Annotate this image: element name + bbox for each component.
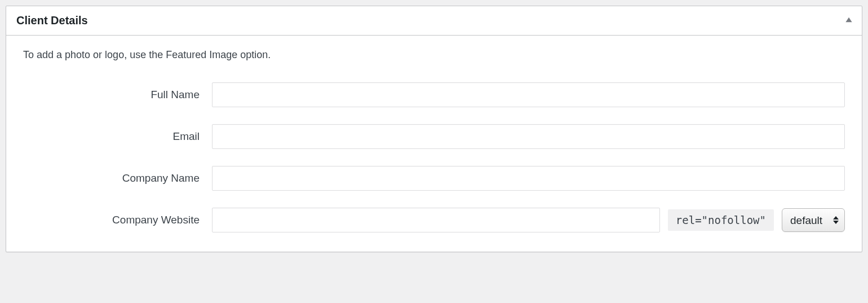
- label-full-name: Full Name: [23, 89, 212, 101]
- triangle-up-icon: [845, 16, 853, 25]
- rel-select[interactable]: default: [790, 214, 825, 226]
- panel-header: Client Details: [6, 6, 862, 36]
- row-full-name: Full Name: [23, 82, 845, 107]
- company-website-group: rel="nofollow" default: [212, 208, 845, 232]
- select-arrows-icon: [833, 216, 839, 224]
- row-email: Email: [23, 124, 845, 149]
- client-details-panel: Client Details To add a photo or logo, u…: [6, 6, 862, 252]
- panel-body: To add a photo or logo, use the Featured…: [6, 36, 862, 252]
- row-company-name: Company Name: [23, 166, 845, 191]
- label-company-name: Company Name: [23, 172, 212, 185]
- svg-marker-0: [845, 17, 852, 22]
- row-company-website: Company Website rel="nofollow" default: [23, 208, 845, 232]
- company-website-input[interactable]: [212, 208, 660, 232]
- email-input[interactable]: [212, 124, 845, 149]
- full-name-input[interactable]: [212, 82, 845, 107]
- panel-title: Client Details: [6, 6, 98, 35]
- rel-select-wrap[interactable]: default: [782, 208, 845, 232]
- company-name-input[interactable]: [212, 166, 845, 191]
- label-email: Email: [23, 130, 212, 143]
- rel-nofollow-label: rel="nofollow": [668, 209, 774, 231]
- panel-toggle-button[interactable]: [836, 7, 862, 34]
- panel-hint: To add a photo or logo, use the Featured…: [23, 49, 845, 61]
- label-company-website: Company Website: [23, 214, 212, 226]
